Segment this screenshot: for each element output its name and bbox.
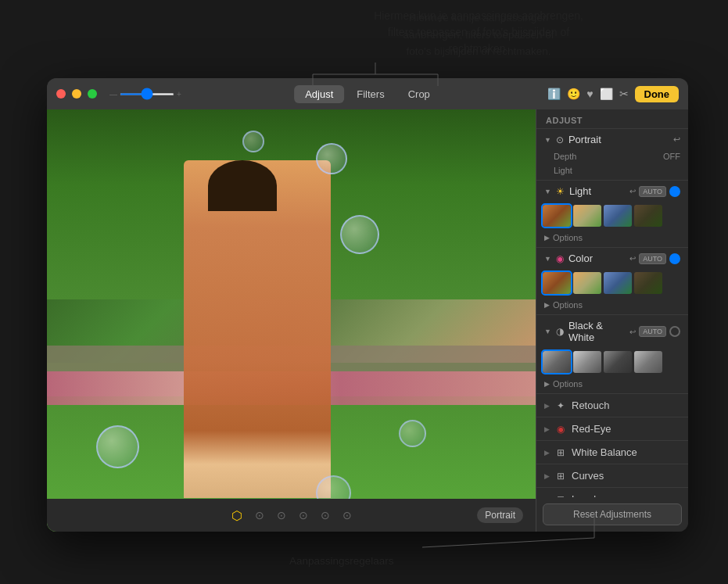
thumb-light-4[interactable] [634,205,662,227]
panel-header: ADJUST [536,109,688,129]
export-icon[interactable]: ⬜ [600,88,613,100]
thumb-light-3[interactable] [604,205,632,227]
close-button[interactable] [56,89,66,99]
section-bw-header[interactable]: ▼ ◑ Black & White ↩ AUTO [536,315,688,348]
portrait-icon: ⊙ [556,134,564,145]
tool-icon-5[interactable]: ⊙ [321,509,330,521]
section-color-header[interactable]: ▼ ◉ Color ↩ AUTO [536,248,688,269]
color-toggle[interactable] [669,253,680,264]
adjust-panel: ADJUST ▼ ⊙ Portrait ↩ Depth OFF Light [536,109,688,532]
tooltip-bottom-text: Aanpassingsregelaars [289,555,394,567]
minimize-button[interactable] [72,89,81,99]
thumb-color-4[interactable] [634,272,662,294]
thumb-bw-4[interactable] [634,351,662,373]
tab-crop[interactable]: Crop [397,85,441,103]
adj-curves[interactable]: ▶ ⊞ Curves [536,464,688,488]
bw-icon: ◑ [556,326,564,337]
chevron-down-icon-light: ▼ [544,188,551,195]
tool-icon-1[interactable]: ⬡ [231,508,242,523]
section-portrait-label: Portrait [568,134,669,145]
light-actions: ↩ AUTO [629,186,680,197]
adj-wb-label: White Balance [572,446,680,458]
chevron-right-redeye: ▶ [544,425,550,433]
bw-thumbs [536,348,688,378]
bw-toggle[interactable] [669,326,680,337]
tab-adjust[interactable]: Adjust [294,85,344,103]
color-actions: ↩ AUTO [629,253,680,264]
light-thumbs [536,202,688,231]
chevron-right-icon-bw: ▶ [544,380,550,388]
chevron-down-icon-color: ▼ [544,255,551,263]
section-light-header[interactable]: ▼ ☀ Light ↩ AUTO [536,181,688,202]
section-color: ▼ ◉ Color ↩ AUTO [536,248,688,315]
bw-options-row[interactable]: ▶ Options [536,378,688,393]
tab-bar: Adjust Filters Crop [294,85,441,103]
thumb-light-2[interactable] [573,205,601,227]
thumb-color-2[interactable] [573,272,601,294]
chevron-right-curves: ▶ [544,472,550,480]
adj-redeye[interactable]: ▶ ◉ Red-Eye [536,417,688,441]
color-icon: ◉ [556,253,564,264]
done-button[interactable]: Done [635,86,680,102]
color-undo-icon[interactable]: ↩ [629,254,636,263]
photo-area: ⬡ ⊙ ⊙ ⊙ ⊙ ⊙ Portrait [47,109,536,532]
adj-whitebalance[interactable]: ▶ ⊞ White Balance [536,441,688,464]
face-icon[interactable]: 🙂 [567,88,580,100]
chevron-right-wb: ▶ [544,449,550,457]
chevron-right-icon: ▶ [544,234,550,242]
bw-undo-icon[interactable]: ↩ [629,328,636,336]
tool-icon-2[interactable]: ⊙ [255,509,264,521]
adj-retouch-label: Retouch [572,399,680,411]
info-icon[interactable]: ℹ️ [547,88,561,100]
thumb-bw-3[interactable] [604,351,632,373]
portrait-badge[interactable]: Portrait [477,507,523,523]
depth-row: Depth OFF [536,150,688,164]
bw-options-label: Options [553,379,583,389]
light-toggle[interactable] [669,186,680,197]
portrait-undo-icon[interactable]: ↩ [673,134,680,145]
light-options-row[interactable]: ▶ Options [536,231,688,247]
chevron-right-retouch: ▶ [544,402,550,410]
chevron-right-levels: ▶ [544,496,550,498]
thumb-color-1[interactable] [543,272,571,294]
zoom-slider[interactable] [120,93,174,95]
thumb-bw-2[interactable] [573,351,601,373]
tool-icon-4[interactable]: ⊙ [299,509,308,521]
light-options-label: Options [553,233,583,242]
thumb-color-3[interactable] [604,272,632,294]
chevron-right-icon-color: ▶ [544,301,550,309]
titlebar-actions: ℹ️ 🙂 ♥ ⬜ ✂ Done [547,86,679,102]
adj-redeye-label: Red-Eye [572,423,680,435]
photo [47,109,536,532]
section-light-label: Light [569,185,625,197]
light-undo-icon[interactable]: ↩ [629,187,636,195]
section-portrait-header[interactable]: ▼ ⊙ Portrait ↩ [536,129,688,150]
edit-icon[interactable]: ✂ [619,88,629,100]
thumb-light-1[interactable] [543,205,571,227]
sun-icon: ☀ [556,186,565,197]
bw-auto-badge[interactable]: AUTO [639,326,666,337]
wb-icon: ⊞ [554,447,567,458]
chevron-down-icon-bw: ▼ [544,328,551,335]
reset-button[interactable]: Reset Adjustments [543,503,682,525]
app-window: — + Adjust Filters Crop ℹ️ 🙂 ♥ ⬜ ✂ Done [47,78,688,532]
color-thumbs [536,269,688,299]
panel-content: ▼ ⊙ Portrait ↩ Depth OFF Light ▼ ☀ [536,129,688,497]
retouch-icon: ✦ [554,400,567,411]
color-options-label: Options [553,300,583,310]
section-bw: ▼ ◑ Black & White ↩ AUTO [536,315,688,394]
tab-filters[interactable]: Filters [346,85,395,103]
levels-icon: ⊞ [554,494,567,498]
maximize-button[interactable] [88,89,97,99]
adj-retouch[interactable]: ▶ ✦ Retouch [536,394,688,417]
tool-icon-6[interactable]: ⊙ [342,509,352,521]
heart-icon[interactable]: ♥ [586,88,593,100]
color-options-row[interactable]: ▶ Options [536,299,688,314]
tool-icon-3[interactable]: ⊙ [277,509,286,521]
adj-levels[interactable]: ▶ ⊞ Levels [536,488,688,497]
light-auto-badge[interactable]: AUTO [639,186,666,197]
section-color-label: Color [568,253,625,264]
thumb-bw-1[interactable] [543,351,571,373]
color-auto-badge[interactable]: AUTO [639,253,666,264]
section-bw-label: Black & White [568,320,625,343]
